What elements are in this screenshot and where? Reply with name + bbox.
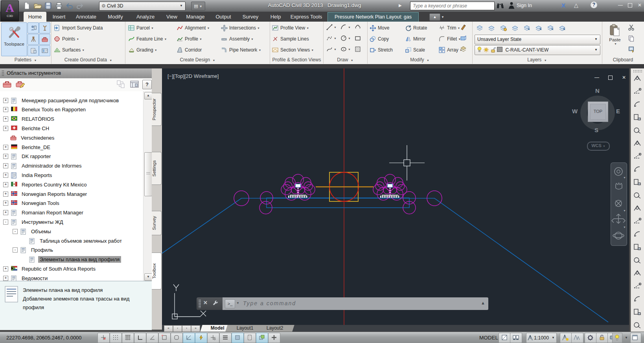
ribbon-button-sample-lines[interactable]: Sample Lines <box>272 34 309 44</box>
ribbon-tab-output[interactable]: Output <box>211 12 236 22</box>
command-options-arrow-icon[interactable]: ▼ <box>236 301 239 305</box>
ribbon-button-scale[interactable]: Scale <box>405 45 425 55</box>
doc-restore-button[interactable] <box>608 76 613 80</box>
tree-item[interactable]: +Berichte_DE <box>3 143 52 151</box>
toolbar-grip[interactable] <box>633 70 642 72</box>
export-report-button[interactable] <box>633 126 643 135</box>
status-selection-cycling-toggle[interactable] <box>256 333 268 343</box>
ribbon-button-profile-view[interactable]: Profile View ▼ <box>272 23 309 33</box>
edit-hatch-button[interactable] <box>460 46 469 55</box>
tree-expander-minus-icon[interactable]: - <box>13 229 18 234</box>
tree-item[interactable]: +Norwegian Tools <box>3 199 61 208</box>
scroll-thumb[interactable] <box>144 152 152 196</box>
report-settings-button[interactable] <box>130 80 140 89</box>
layer-select-dropdown[interactable]: C-RAIL-CANT-VIEW ▼ <box>475 45 600 55</box>
search-binoculars-icon[interactable] <box>496 2 504 11</box>
status-dynamic-ucs-toggle[interactable] <box>195 333 207 343</box>
tree-expander-plus-icon[interactable]: + <box>3 182 8 187</box>
toolspace-tab-prospector[interactable]: Prospector <box>152 93 162 126</box>
tree-item-label[interactable]: RELATÓRIOS <box>20 116 56 122</box>
panel-label[interactable]: Profile & Section Views <box>270 57 323 63</box>
command-wrench-icon[interactable] <box>212 300 219 306</box>
tree-item-label[interactable]: Таблица объемов земляных работ <box>38 238 123 244</box>
map-tool-button[interactable] <box>633 139 643 148</box>
survey-query-button[interactable] <box>633 74 643 83</box>
command-line-handle[interactable]: ✕ <box>197 297 223 310</box>
window-restore-button[interactable] <box>628 3 632 7</box>
status-object-snap-toggle[interactable] <box>158 333 171 343</box>
tree-item[interactable]: +RELATÓRIOS <box>3 115 56 124</box>
ribbon-button-feature-line[interactable]: Feature Line ▼ <box>128 34 167 44</box>
ribbon-button-surfaces[interactable]: Surfaces ▼ <box>54 45 85 55</box>
tree-item-label[interactable]: Administrador de Informes <box>20 162 83 169</box>
sheet-set-manager-button[interactable] <box>28 45 39 56</box>
prospector-palette-button[interactable] <box>28 22 39 33</box>
status-quickview-layouts-button[interactable] <box>510 333 522 343</box>
tree-item[interactable]: -Профиль <box>13 246 55 254</box>
status-annotation-visibility-toggle[interactable] <box>560 333 572 343</box>
tree-expander-plus-icon[interactable]: + <box>3 266 8 271</box>
status-model-toggle[interactable] <box>499 333 511 343</box>
station-tracker-button[interactable] <box>633 295 643 304</box>
tree-item[interactable]: +Менеджер расширений для подписчиков <box>3 96 120 105</box>
drawing-canvas[interactable]: [−][Top][2D Wireframe] — ✕ TOP N S W EWC… <box>162 68 629 325</box>
globe-tool-button[interactable] <box>633 152 643 161</box>
viewport-controls-label[interactable]: [−][Top][2D Wireframe] <box>167 73 219 79</box>
tree-expander-plus-icon[interactable]: + <box>3 163 8 168</box>
layout-nav-3[interactable]: » <box>191 325 200 332</box>
wcs-dropdown[interactable]: WCS ▼ <box>587 142 610 151</box>
panel-label[interactable]: Create Ground Data ▼ <box>52 57 125 63</box>
window-minimize-button[interactable]: — <box>618 2 623 8</box>
viewcube-north[interactable]: N <box>595 87 600 94</box>
ribbon-minimize-button[interactable]: ▲ <box>429 13 440 21</box>
ribbon-tab-view[interactable]: View <box>162 12 181 22</box>
panel-label[interactable]: Draw ▼ <box>323 57 367 63</box>
tree-item[interactable]: Verschiedenes <box>3 133 56 142</box>
status-quick-properties-toggle[interactable] <box>244 333 256 343</box>
tree-expander-minus-icon[interactable]: - <box>13 247 18 253</box>
toolspace-tab-settings[interactable]: Settings <box>152 152 162 185</box>
tree-item-label[interactable]: Romanian Report Manager <box>20 209 85 216</box>
viewcube-west[interactable]: W <box>572 108 578 114</box>
help-icon[interactable]: ? <box>591 2 597 8</box>
ribbon-tab-manage[interactable]: Manage <box>182 12 209 22</box>
tree-item-label[interactable]: Republic of South Africa Reports <box>20 266 97 272</box>
tree-item-label[interactable]: Verschiedenes <box>19 135 56 141</box>
node-move-button[interactable] <box>633 269 643 278</box>
exchange-apps-icon[interactable]: X <box>561 2 565 9</box>
layout-nav-1[interactable]: ‹ <box>173 325 182 332</box>
match-properties-button[interactable] <box>460 24 469 33</box>
status-dynamic-input-toggle[interactable] <box>207 333 219 343</box>
ribbon-button-stretch[interactable]: Stretch <box>370 45 393 55</box>
toolbox-palette-button[interactable] <box>39 34 50 45</box>
status-application-status-bulb-button[interactable] <box>612 333 622 343</box>
window-close-button[interactable]: ✕ <box>638 2 642 8</box>
tree-item[interactable]: -Инструменты ЖД <box>3 218 64 226</box>
node-edit-button[interactable] <box>633 256 643 265</box>
status-lineweight-toggle[interactable] <box>219 333 232 343</box>
draw-rectangle-button[interactable] <box>355 35 361 41</box>
panel-label[interactable]: Create Design ▼ <box>125 57 270 63</box>
ribbon-button-array[interactable]: Array ▼ <box>439 45 462 55</box>
ribbon-tab-express-tools[interactable]: Express Tools <box>287 12 326 22</box>
curve-calc-button[interactable] <box>633 308 643 317</box>
tree-item[interactable]: +Norwegian Reports Manager <box>3 190 88 198</box>
ribbon-button-intersections[interactable]: Intersections ▼ <box>221 23 260 33</box>
ribbon-button-trim[interactable]: Trim ▼ <box>439 23 460 33</box>
toolbox-icon-button[interactable] <box>2 80 13 89</box>
ribbon-button-grading[interactable]: Grading ▼ <box>128 45 157 55</box>
tree-item-label[interactable]: Berichte_DE <box>20 144 52 151</box>
toolspace-tab-toolbox[interactable]: Toolbox <box>152 253 162 290</box>
node-rotate-button[interactable] <box>633 282 643 291</box>
signin-button[interactable]: Sign In <box>517 3 532 8</box>
edit-toolbox-icon-button[interactable] <box>16 80 26 89</box>
panel-label[interactable]: Palettes ▼ <box>0 57 51 63</box>
status-lock-button[interactable] <box>596 333 608 343</box>
tree-expander-plus-icon[interactable]: + <box>3 98 8 103</box>
tree-item[interactable]: +India Reports <box>3 171 53 179</box>
status-autoscale-toggle[interactable] <box>571 333 583 343</box>
model-space-label[interactable]: MODEL <box>479 335 498 341</box>
tree-item[interactable]: -Объемы <box>13 227 53 236</box>
tree-item[interactable]: +Administrador de Informes <box>3 162 83 170</box>
draw-ellipse-button[interactable]: ▼ <box>340 46 351 52</box>
